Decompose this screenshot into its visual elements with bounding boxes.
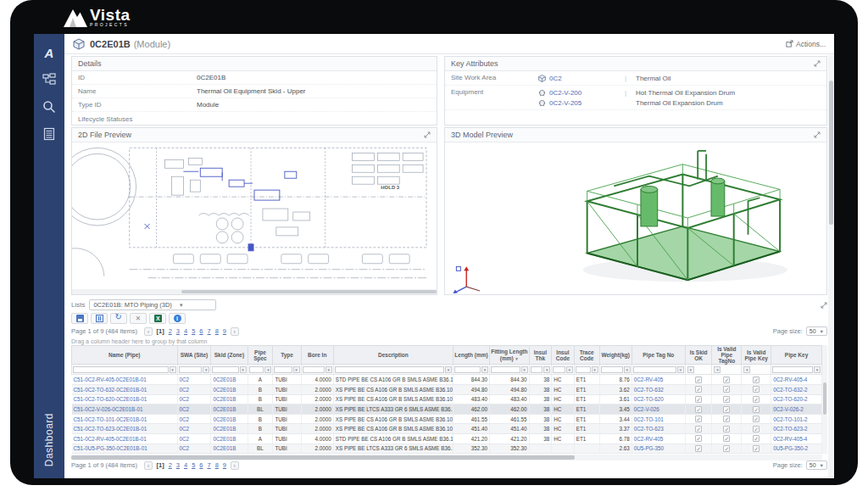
pager-page-link[interactable]: 3 — [176, 461, 180, 469]
filter-dropdown-valid_tag[interactable]: ▾ — [714, 366, 721, 373]
cell-link[interactable]: 0C2E01B — [213, 445, 236, 451]
expand-icon[interactable] — [814, 131, 821, 138]
table-row[interactable]: C51-0C2-TO-623-0C2E01B-010C20C2E01BBTUBI… — [72, 424, 822, 434]
column-header-ok[interactable]: Is Skid OK — [685, 346, 712, 365]
cell-link[interactable]: 0C2 — [180, 387, 190, 393]
pager-next-button[interactable]: › — [231, 327, 239, 336]
cell-link[interactable]: 0U5-PG-350-2 — [773, 445, 808, 451]
pager-page-link[interactable]: 4 — [184, 327, 187, 335]
column-header-valid_key[interactable]: Is Valid Pipe Key — [742, 346, 771, 365]
drawing-2d-viewport[interactable]: HOLD 3 — [72, 142, 437, 294]
cell-link[interactable]: 0C2E01B — [213, 416, 236, 422]
cell-link[interactable]: 0C2-V-026 — [634, 406, 659, 412]
filter-input-skid[interactable] — [212, 366, 238, 373]
cell-link[interactable]: 0C2 — [180, 436, 190, 442]
cell-link[interactable]: 0C2 — [180, 396, 190, 402]
column-header-fit[interactable]: Fitting Length (mm) ▼ — [490, 346, 529, 365]
table-row[interactable]: C51-0C2-TO-632-0C2E01B-010C20C2E01BBTUBI… — [72, 385, 822, 395]
pager-prev-button[interactable]: ‹ — [144, 461, 153, 470]
filter-input-insul_code[interactable] — [553, 366, 565, 373]
filter-icon[interactable]: ▾ — [445, 366, 452, 373]
column-header-desc[interactable]: Description — [333, 346, 453, 365]
filter-input-fit[interactable] — [491, 366, 520, 373]
filter-input-length[interactable] — [454, 366, 481, 373]
pager-page-link[interactable]: 5 — [192, 327, 195, 335]
table-expand-icon[interactable] — [821, 302, 827, 309]
filter-icon[interactable]: ▾ — [814, 366, 821, 373]
column-header-trace[interactable]: Trace Code — [574, 346, 599, 365]
cell-link[interactable]: 0U5-PG-350 — [634, 445, 664, 451]
cell-link[interactable]: 0C2 — [180, 426, 190, 432]
filter-input-tag[interactable] — [633, 366, 676, 373]
cell-link[interactable]: 0C2E01B — [213, 436, 236, 442]
cell-link[interactable]: 0C2-TO-101 — [634, 416, 664, 422]
table-row[interactable]: C51-0C2-TO-620-0C2E01B-010C20C2E01BBTUBI… — [72, 394, 822, 405]
cell-link[interactable]: 0C2-TO-623-2 — [773, 426, 807, 432]
cell-link[interactable]: 0C2-RV-405-4 — [773, 377, 807, 382]
expand-icon[interactable] — [814, 60, 821, 67]
pager-page-link[interactable]: 6 — [199, 327, 203, 335]
pager-page-link[interactable]: 4 — [184, 461, 187, 469]
cell-link[interactable]: 0C2-TO-632 — [634, 387, 664, 393]
filter-icon[interactable]: ▾ — [264, 366, 271, 373]
filter-icon[interactable]: ▾ — [543, 366, 550, 373]
cell-link[interactable]: C51-0C2-RV-405-0C2E01B-01 — [74, 377, 147, 382]
page-size-select[interactable]: 50▼ — [806, 326, 827, 336]
cell-link[interactable]: 0C2-TO-632-2 — [773, 387, 807, 393]
filter-icon[interactable]: ▾ — [481, 366, 488, 373]
filter-icon[interactable]: ▾ — [592, 366, 598, 373]
cell-link[interactable]: 0C2-TO-623 — [634, 426, 664, 432]
cell-link[interactable]: C51-0C2-TO-620-0C2E01B-01 — [74, 396, 147, 402]
entity-link[interactable]: 0C2-V-205 — [549, 99, 615, 107]
filter-icon[interactable]: ▾ — [624, 366, 631, 373]
column-header-key[interactable]: Pipe Key — [771, 346, 822, 365]
cell-link[interactable]: 0C2-RV-405 — [634, 436, 664, 442]
cell-link[interactable]: 0C2E01B — [213, 377, 236, 382]
entity-link[interactable]: 0C2 — [549, 75, 615, 82]
cell-link[interactable]: 0C2-RV-405-4 — [773, 436, 807, 442]
cell-link[interactable]: 0C2E01B — [213, 396, 236, 402]
column-header-type[interactable]: Type — [273, 346, 301, 365]
cell-link[interactable]: 0C2E01B — [213, 406, 236, 412]
entity-link[interactable]: 0C2-V-200 — [549, 89, 615, 97]
pager-page-link[interactable]: 2 — [169, 461, 172, 469]
hierarchy-icon[interactable] — [41, 71, 58, 88]
column-header-tag[interactable]: Pipe Tag No — [632, 346, 685, 365]
filter-dropdown-ok[interactable]: ▾ — [687, 366, 694, 373]
filter-input-weight[interactable] — [601, 366, 623, 373]
filter-input-insul_thk[interactable] — [531, 366, 543, 373]
filter-icon[interactable]: ▾ — [170, 366, 176, 373]
filter-input-trace[interactable] — [576, 366, 591, 373]
pager-prev-button[interactable]: ‹ — [144, 327, 153, 336]
excel-button[interactable] — [149, 313, 166, 324]
cell-link[interactable]: 0C2E01B — [213, 387, 236, 393]
column-header-skid[interactable]: Skid (Zone) — [211, 346, 248, 365]
pager-page-link[interactable]: 3 — [176, 327, 180, 335]
main-scrollbar-thumb[interactable] — [829, 81, 833, 225]
search-icon[interactable] — [41, 98, 58, 115]
filter-icon[interactable]: ▾ — [521, 366, 528, 373]
filter-icon[interactable]: ▾ — [566, 366, 573, 373]
filter-input-bore[interactable] — [303, 366, 325, 373]
vista-a-icon[interactable]: A — [41, 44, 58, 61]
filter-input-name[interactable] — [73, 366, 169, 373]
table-row[interactable]: C51-0U5-PG-350-0C2E01B-010C20C2E01BBLTUB… — [72, 444, 822, 454]
cell-link[interactable]: 0C2 — [180, 445, 190, 451]
column-header-valid_tag[interactable]: Is Valid Pipe TagNo — [712, 346, 742, 365]
pager-page-link[interactable]: 6 — [199, 461, 203, 469]
filter-input-type[interactable] — [274, 366, 292, 373]
cell-link[interactable]: 0C2-RV-405 — [634, 377, 664, 382]
filter-input-swa[interactable] — [179, 366, 203, 373]
column-header-weight[interactable]: Weight(kg) — [599, 346, 632, 365]
column-header-bore[interactable]: Bore In — [301, 346, 333, 365]
filter-input-key[interactable] — [772, 366, 813, 373]
pager-page-link[interactable]: 8 — [215, 327, 219, 335]
grid-vscrollbar-thumb[interactable] — [823, 382, 826, 415]
actions-button[interactable]: Actions... — [786, 40, 826, 48]
save-button[interactable] — [71, 313, 88, 324]
column-header-spec[interactable]: Pipe Spec — [248, 346, 273, 365]
cell-link[interactable]: C51-0U5-PG-350-0C2E01B-01 — [74, 445, 147, 451]
preview-2d-hscrollbar-thumb[interactable] — [181, 290, 437, 293]
cell-link[interactable]: 0C2-TO-620 — [634, 396, 664, 402]
filter-icon[interactable]: ▾ — [203, 366, 209, 373]
